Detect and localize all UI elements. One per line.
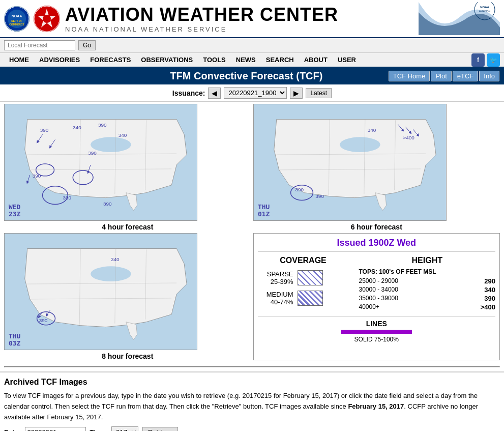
svg-text:COMMERCE: COMMERCE bbox=[9, 23, 24, 26]
sparse-coverage: SPARSE25-39% bbox=[258, 270, 349, 285]
sparse-label: SPARSE25-39% bbox=[258, 270, 293, 285]
svg-text:>400: >400 bbox=[403, 135, 414, 140]
svg-text:03Z: 03Z bbox=[9, 339, 21, 347]
subtitle: NOAA NATIONAL WEATHER SERVICE bbox=[65, 25, 338, 33]
archive-title: Archived TCF Images bbox=[4, 378, 500, 387]
svg-text:390: 390 bbox=[315, 193, 324, 199]
page-header-links: TCF Home Plot eTCF Info bbox=[389, 71, 499, 81]
map-4hr-svg: 390 390 390 340 390 340 390 390 bbox=[5, 104, 197, 221]
svg-text:390: 390 bbox=[63, 195, 71, 200]
legend-box: Issued 1900Z Wed COVERAGE SPARSE25-39% M… bbox=[253, 233, 500, 360]
nav-search[interactable]: SEARCH bbox=[261, 53, 299, 67]
archive-form: Date: Time: 00Z01Z02Z03Z 04Z05Z06Z07Z 08… bbox=[4, 426, 500, 431]
nav-forecasts[interactable]: FORECASTS bbox=[85, 53, 136, 67]
height-range-390: 35000 - 39000 bbox=[359, 295, 398, 302]
archive-bold-date: February 15, 2017 bbox=[348, 403, 404, 410]
medium-swatch bbox=[298, 291, 323, 306]
svg-point-53 bbox=[91, 266, 131, 281]
height-range-400: 40000+ bbox=[359, 303, 379, 311]
map-8hr: 390 340 THU 03Z bbox=[4, 233, 197, 350]
height-row-390: 35000 - 39000 390 bbox=[359, 295, 496, 302]
sparse-swatch bbox=[298, 270, 323, 285]
time-select[interactable]: 00Z01Z02Z03Z 04Z05Z06Z07Z 08Z09Z10Z11Z 1… bbox=[111, 426, 138, 431]
nav-home[interactable]: HOME bbox=[4, 53, 34, 67]
issuance-select[interactable]: 20220921_1900 bbox=[224, 87, 287, 99]
medium-label: MEDIUM40-74% bbox=[258, 291, 293, 306]
svg-text:THU: THU bbox=[257, 204, 270, 211]
archive-text: To view TCF images for a previous day, t… bbox=[4, 391, 500, 422]
lines-title: LINES bbox=[258, 320, 496, 328]
forecast-4hr: 390 390 390 340 390 340 390 390 bbox=[4, 104, 251, 231]
solid-line bbox=[341, 330, 412, 334]
retrieve-button[interactable]: Retrieve bbox=[142, 427, 178, 431]
nav-user[interactable]: USER bbox=[333, 53, 361, 67]
height-range-340: 30000 - 34000 bbox=[359, 286, 398, 294]
go-button[interactable]: Go bbox=[78, 40, 96, 50]
etcf-link[interactable]: eTCF bbox=[453, 71, 479, 81]
next-issuance-button[interactable]: ▶ bbox=[290, 88, 303, 99]
latest-button[interactable]: Latest bbox=[306, 88, 332, 98]
navbar: HOME ADVISORIES FORECASTS OBSERVATIONS T… bbox=[0, 53, 504, 68]
nav-tools[interactable]: TOOLS bbox=[198, 53, 231, 67]
map-6hr-svg: 390 390 340 >400 THU 01Z bbox=[254, 104, 446, 221]
nws-logo bbox=[34, 6, 60, 32]
coverage-header: COVERAGE bbox=[258, 256, 349, 265]
svg-text:390: 390 bbox=[103, 201, 112, 207]
date-input[interactable] bbox=[25, 427, 86, 431]
social-icons: f 🐦 bbox=[471, 53, 500, 67]
map-8hr-svg: 390 340 THU 03Z bbox=[5, 233, 197, 350]
forecast-6hr: 390 390 340 >400 THU 01Z 6 hour forecast bbox=[253, 104, 500, 231]
svg-text:390: 390 bbox=[98, 122, 107, 128]
height-header: HEIGHT bbox=[359, 256, 496, 265]
noaa-logo: NOAA DEPT OF COMMERCE bbox=[4, 6, 29, 32]
header: NOAA DEPT OF COMMERCE AVIATION WEATHER C… bbox=[0, 0, 504, 38]
nav-advisories[interactable]: ADVISORIES bbox=[34, 53, 85, 67]
local-forecast-input[interactable] bbox=[4, 40, 75, 50]
svg-point-12 bbox=[91, 137, 131, 152]
header-right: NOAA AVIATION bbox=[419, 2, 500, 35]
svg-text:340: 340 bbox=[73, 125, 81, 130]
top-maps: 390 390 390 340 390 340 390 390 bbox=[4, 104, 500, 231]
medium-coverage: MEDIUM40-74% bbox=[258, 291, 349, 306]
plot-link[interactable]: Plot bbox=[431, 71, 451, 81]
issuance-bar: Issuance: ◀ 20220921_1900 ▶ Latest bbox=[0, 84, 504, 102]
main-title: AVIATION WEATHER CENTER bbox=[65, 4, 338, 25]
height-row-400: 40000+ >400 bbox=[359, 303, 496, 311]
tcf-home-link[interactable]: TCF Home bbox=[389, 71, 430, 81]
height-code-340: 340 bbox=[484, 286, 495, 294]
svg-text:NOAA: NOAA bbox=[480, 6, 489, 9]
info-link[interactable]: Info bbox=[479, 71, 499, 81]
prev-issuance-button[interactable]: ◀ bbox=[208, 88, 221, 99]
svg-text:NOAA: NOAA bbox=[12, 14, 22, 18]
legend-issued: Issued 1900Z Wed bbox=[258, 238, 496, 252]
nav-about[interactable]: ABOUT bbox=[299, 53, 333, 67]
svg-text:01Z: 01Z bbox=[257, 210, 270, 218]
forecast-8hr-label: 8 hour forecast bbox=[4, 352, 251, 360]
svg-text:WED: WED bbox=[9, 204, 21, 211]
height-section: TOPS: 100's OF FEET MSL 25000 - 29000 29… bbox=[359, 268, 496, 311]
lines-section: LINES SOLID 75-100% bbox=[258, 316, 496, 343]
svg-text:THU: THU bbox=[9, 333, 21, 340]
local-forecast-bar: Go bbox=[0, 38, 504, 53]
height-code-390: 390 bbox=[484, 295, 495, 302]
svg-point-7 bbox=[43, 15, 51, 23]
svg-text:390: 390 bbox=[88, 150, 97, 156]
twitter-icon[interactable]: 🐦 bbox=[487, 53, 500, 67]
noaa-wave-graphic: NOAA AVIATION bbox=[419, 2, 500, 35]
nav-observations[interactable]: OBSERVATIONS bbox=[136, 53, 198, 67]
svg-text:390: 390 bbox=[40, 127, 49, 133]
main-content: 390 390 390 340 390 340 390 390 bbox=[0, 102, 504, 362]
facebook-icon[interactable]: f bbox=[471, 53, 485, 67]
height-code-290: 290 bbox=[484, 277, 495, 285]
svg-text:AVIATION: AVIATION bbox=[479, 10, 491, 13]
time-label: Time: bbox=[90, 428, 107, 431]
svg-text:390: 390 bbox=[33, 173, 41, 179]
archive-section: Archived TCF Images To view TCF images f… bbox=[0, 371, 504, 431]
page-header: TFM Convective Forecast (TCF) TCF Home P… bbox=[0, 68, 504, 84]
nav-news[interactable]: NEWS bbox=[231, 53, 261, 67]
height-range-290: 25000 - 29000 bbox=[359, 277, 398, 285]
site-title: AVIATION WEATHER CENTER NOAA NATIONAL WE… bbox=[65, 4, 338, 33]
height-tops: TOPS: 100's OF FEET MSL bbox=[359, 268, 496, 275]
date-label: Date: bbox=[4, 428, 21, 431]
svg-text:DEPT OF: DEPT OF bbox=[11, 19, 22, 22]
